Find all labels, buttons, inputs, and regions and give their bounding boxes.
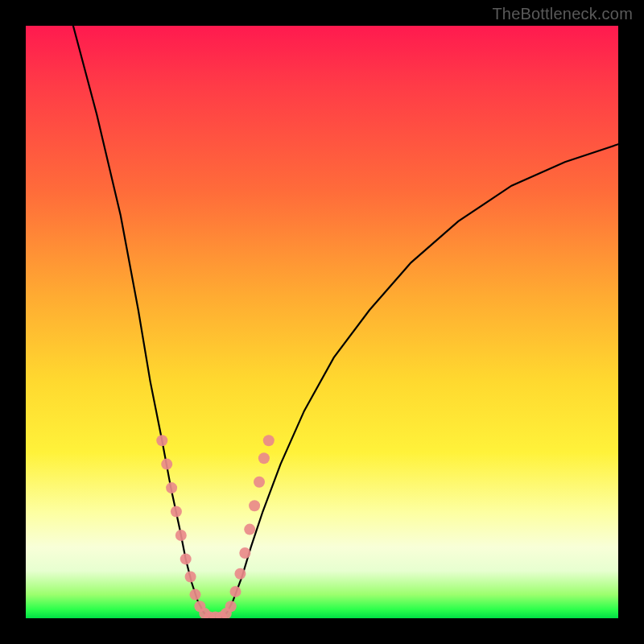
chart-frame: TheBottleneck.com <box>0 0 644 644</box>
marker-dot <box>180 553 192 564</box>
marker-dot <box>254 477 265 488</box>
bottleneck-v-curve <box>73 26 618 618</box>
marker-dot <box>263 435 275 446</box>
marker-dot <box>156 435 167 446</box>
marker-dot <box>249 500 260 511</box>
marker-dot <box>171 506 182 518</box>
chart-svg <box>26 26 618 618</box>
marker-dot <box>239 547 250 559</box>
marker-dot <box>258 452 270 464</box>
marker-dot <box>230 586 242 597</box>
marker-dot <box>185 572 196 583</box>
watermark-text: TheBottleneck.com <box>492 5 633 23</box>
marker-dot <box>161 459 172 470</box>
marker-dot <box>190 589 201 601</box>
marker-dots-group <box>156 435 274 618</box>
marker-dot <box>244 524 255 535</box>
marker-dot <box>225 601 237 612</box>
marker-dot <box>175 530 187 541</box>
marker-dot <box>166 482 177 493</box>
marker-dot <box>234 568 246 580</box>
plot-area <box>26 26 618 618</box>
